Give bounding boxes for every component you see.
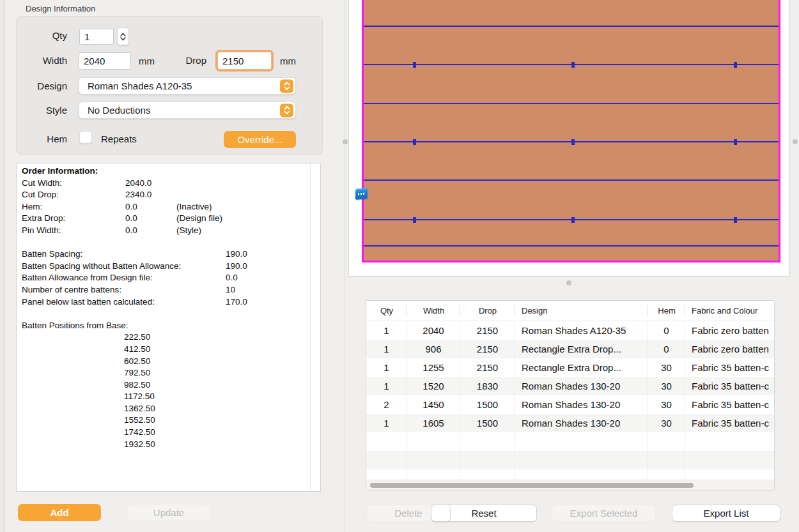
hem-repeats-checkbox[interactable] [79, 131, 92, 144]
order-info-line: Number of centre battens:10 [22, 285, 309, 297]
splitter-handle[interactable] [793, 139, 798, 144]
orders-table: QtyWidthDropDesignHemFabric and Colour 1… [366, 300, 775, 490]
table-cell: 2150 [460, 358, 515, 377]
table-row[interactable]: 19062150Rectangle Extra Drop...0Fabric z… [366, 340, 775, 358]
column-header-drop[interactable]: Drop [460, 301, 515, 321]
order-info-line: Batten Positions from Base: [22, 321, 309, 333]
table-cell: Fabric 35 batten-c [685, 395, 775, 414]
drop-field-focus-ring [215, 50, 274, 72]
measure-tag-icon [355, 188, 368, 200]
table-cell: 1500 [460, 414, 515, 432]
design-information-groupbox: Qty Width mm Drop mm Design Roman Shades… [16, 16, 323, 155]
order-info-line [22, 238, 309, 250]
table-cell: Roman Shades 130-20 [515, 395, 648, 414]
order-info-line: Cut Drop:2340.0 [22, 190, 309, 202]
batten-line [364, 103, 779, 104]
table-cell: 1 [366, 414, 407, 432]
column-header-design[interactable]: Design [515, 301, 648, 321]
table-row[interactable] [366, 432, 775, 451]
order-information-text: Order Information:Cut Width:2040.0Cut Dr… [22, 166, 309, 451]
order-info-line: Batten Spacing without Batten Allowance:… [22, 261, 309, 273]
table-cell: 2150 [460, 321, 515, 340]
table-row[interactable]: 115201830Roman Shades 130-2030Fabric 35 … [366, 377, 775, 395]
qty-stepper[interactable] [117, 27, 129, 45]
vertical-splitter[interactable] [345, 0, 345, 532]
preview-canvas [348, 0, 789, 277]
horizontal-splitter-handle[interactable] [566, 280, 571, 285]
batten-line [364, 141, 779, 142]
table-cell: 1450 [407, 395, 460, 414]
table-cell: 2 [366, 395, 407, 414]
column-header-fabric-and-colour[interactable]: Fabric and Colour [685, 301, 775, 321]
order-info-line: 1552.50 [22, 415, 309, 427]
design-label: Design [17, 80, 67, 91]
batten-tick [571, 217, 575, 223]
table-cell: 1605 [407, 414, 460, 432]
order-information-box: Order Information:Cut Width:2040.0Cut Dr… [16, 163, 321, 492]
table-cell [648, 432, 685, 451]
batten-line [364, 64, 779, 65]
order-info-line: Panel below last batten calculated:170.0 [22, 297, 309, 309]
table-row[interactable]: 116051500Roman Shades 130-2030Fabric 35 … [366, 414, 775, 432]
table-cell: Rectangle Extra Drop... [515, 358, 648, 377]
popup-updown-icon [280, 79, 293, 93]
qty-input[interactable] [79, 29, 114, 45]
table-cell: 2150 [460, 340, 515, 358]
order-info-line: 982.50 [22, 380, 309, 392]
add-button[interactable]: Add [18, 504, 101, 521]
export-selected-button[interactable]: Export Selected [552, 505, 656, 522]
blank-mini-button[interactable] [431, 505, 451, 522]
order-info-line: 1932.50 [22, 439, 309, 452]
table-cell [648, 451, 685, 469]
style-popup[interactable]: No Deductions [79, 102, 296, 119]
table-cell: 1 [366, 340, 407, 358]
width-input[interactable] [79, 52, 131, 70]
window-edge [0, 0, 5, 532]
table-cell [460, 451, 515, 469]
batten-line [364, 219, 779, 220]
export-list-button[interactable]: Export List [672, 505, 780, 522]
order-info-vertical-scrollbar[interactable] [310, 163, 320, 491]
table-row[interactable]: 214501500Roman Shades 130-2030Fabric 35 … [366, 395, 775, 414]
update-button[interactable]: Update [127, 504, 210, 521]
batten-line [364, 179, 779, 181]
table-cell: 30 [648, 414, 685, 432]
column-header-hem[interactable]: Hem [648, 301, 685, 321]
order-info-line: 412.50 [22, 344, 309, 356]
design-popup[interactable]: Roman Shades A120-35 [79, 77, 296, 95]
batten-tick [571, 62, 575, 68]
repeats-label: Repeats [101, 133, 137, 144]
table-row[interactable] [366, 451, 775, 469]
table-row[interactable]: 120402150Roman Shades A120-350Fabric zer… [366, 321, 775, 340]
order-info-line: Order Information: [22, 166, 309, 178]
table-cell: Fabric 35 batten-c [685, 377, 775, 395]
column-header-width[interactable]: Width [407, 301, 460, 321]
table-cell: Fabric zero batten [685, 321, 775, 340]
batten-tick [413, 139, 416, 145]
horizontal-scrollbar-thumb[interactable] [370, 483, 694, 488]
batten-tick [413, 217, 416, 223]
order-info-line: Hem:0.0(Inactive) [22, 202, 309, 214]
drop-label: Drop [164, 55, 206, 66]
stepper-down-icon [120, 37, 126, 41]
column-header-qty[interactable]: Qty [366, 301, 407, 321]
override-button[interactable]: Override... [224, 131, 296, 148]
stepper-up-icon [120, 33, 126, 36]
design-popup-value: Roman Shades A120-35 [88, 80, 192, 91]
table-cell: 1255 [407, 358, 460, 377]
table-cell: 0 [648, 321, 685, 340]
table-row[interactable]: 112552150Rectangle Extra Drop...30Fabric… [366, 358, 775, 377]
table-body: 120402150Roman Shades A120-350Fabric zer… [366, 321, 775, 488]
drop-input[interactable] [218, 52, 271, 69]
hem-label: Hem [17, 133, 67, 144]
splitter-handle[interactable] [343, 139, 348, 144]
order-info-line: 792.50 [22, 368, 309, 380]
table-cell: 30 [648, 358, 685, 377]
table-cell: 1 [366, 321, 407, 340]
horizontal-scrollbar-track[interactable] [366, 480, 774, 490]
batten-tick [734, 217, 737, 223]
table-cell: 0 [648, 340, 685, 358]
qty-label: Qty [17, 30, 67, 41]
order-info-line: 222.50 [22, 332, 309, 344]
table-cell [366, 451, 407, 469]
